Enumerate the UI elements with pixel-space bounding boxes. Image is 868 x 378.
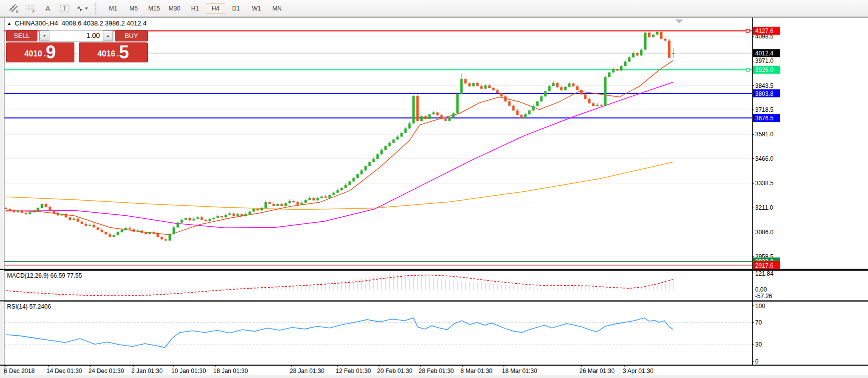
macd-axis-label: 121.84 (755, 270, 774, 277)
price-chart-canvas[interactable]: 4098.53971.03843.53718.53591.03466.03338… (0, 17, 868, 378)
price-tick-label: 3843.5 (755, 82, 774, 89)
price-badge-label: 2917.6 (755, 262, 774, 269)
price-tick-label: 3718.5 (755, 106, 774, 113)
text-label-icon: A (42, 3, 53, 13)
chart-window[interactable]: ▲ CHINA300-,H4 4008.6 4038.2 3986.2 4012… (0, 17, 868, 378)
arrow-tools-button[interactable] (74, 1, 90, 15)
equidistant-channel-icon: E (8, 3, 19, 13)
timeframe-button-MN[interactable]: MN (267, 3, 287, 14)
sell-button[interactable]: SELL (6, 30, 37, 41)
buy-price-button[interactable]: 4016 . 5 (79, 42, 148, 62)
price-tick-label: 3971.0 (755, 57, 774, 64)
rsi-axis-label: 0 (755, 358, 759, 365)
price-badge-label: 3803.8 (755, 90, 774, 97)
price-badge-label: 4012.4 (755, 50, 774, 57)
timeframe-button-M30[interactable]: M30 (165, 3, 184, 14)
one-click-trading-panel: SELL ▼ 1.00 ▲ BUY 4010 . 9 4016 . 5 (6, 30, 148, 62)
fibonacci-grid-button[interactable]: F (23, 1, 39, 15)
date-tick-label: 20 Feb 01:30 (377, 368, 413, 375)
sell-price-button[interactable]: 4010 . 9 (6, 42, 74, 62)
arrow-tools-icon (75, 3, 89, 13)
buy-button[interactable]: BUY (115, 30, 148, 41)
mt4-application: E F A T (0, 0, 868, 378)
sell-price-pips: 9 (46, 43, 56, 61)
volume-input[interactable]: 1.00 (49, 30, 103, 41)
price-tick-label: 3466.0 (755, 155, 774, 162)
sell-price-int: 4010 (24, 46, 42, 61)
timeframe-button-M15[interactable]: M15 (144, 3, 164, 14)
date-tick-label: 2 Jan 01:30 (131, 368, 163, 375)
rsi-axis-label: 70 (755, 319, 762, 326)
date-tick-label: 18 Mar 01:30 (502, 368, 537, 375)
equidistant-channel-button[interactable]: E (6, 1, 22, 15)
volume-increase-button[interactable]: ▲ (103, 30, 113, 41)
timeframe-button-H4[interactable]: H4 (206, 3, 225, 14)
price-badge-label: 3926.0 (755, 66, 774, 73)
trade-panel-price-row: 4010 . 9 4016 . 5 (6, 42, 148, 62)
price-badge-label: 4127.6 (755, 27, 774, 34)
buy-price-pips: 5 (119, 43, 129, 61)
rsi-indicator-label: RSI(14) 57.2406 (7, 303, 51, 310)
toolbar-separator (95, 2, 100, 14)
timeframe-button-M5[interactable]: M5 (124, 3, 143, 14)
date-tick-label: 8 Mar 01:30 (460, 368, 492, 375)
svg-text:F: F (32, 9, 35, 13)
date-tick-label: 18 Jan 01:30 (213, 368, 248, 375)
chart-background (4, 17, 868, 375)
buy-price-int: 4016 (97, 46, 115, 61)
timeframe-button-D1[interactable]: D1 (226, 3, 246, 14)
date-tick-label: 28 Feb 01:30 (419, 368, 454, 375)
price-tick-label: 3591.0 (755, 131, 774, 138)
date-tick-label: 12 Feb 01:30 (336, 368, 371, 375)
rsi-axis-label: 100 (755, 303, 765, 310)
timeframe-toolbar: M1M5M15M30H1H4D1W1MN (103, 0, 287, 16)
price-tick-label: 3211.0 (755, 204, 773, 211)
text-box-button[interactable]: T (57, 1, 73, 15)
date-tick-label: 6 Dec 2018 (4, 368, 35, 375)
text-box-icon: T (59, 3, 70, 13)
price-tick-label: 3086.0 (755, 229, 774, 236)
chart-symbol-period: CHINA300-,H4 (15, 19, 58, 27)
date-tick-label: 14 Dec 01:30 (46, 368, 82, 375)
price-tick-label: 3338.5 (755, 180, 774, 187)
date-tick-label: 24 Dec 01:30 (88, 368, 124, 375)
date-tick-label: 3 Apr 01:30 (623, 368, 654, 375)
macd-axis-label: -57.26 (755, 293, 772, 300)
svg-text:A: A (45, 4, 50, 12)
volume-decrease-button[interactable]: ▼ (39, 30, 49, 41)
svg-text:T: T (63, 5, 66, 11)
price-badge-label: 3676.5 (755, 115, 774, 122)
date-tick-label: 28 Jan 01:30 (290, 368, 325, 375)
date-tick-label: 26 Mar 01:30 (579, 368, 615, 375)
window-left-margin (0, 17, 4, 378)
window-bottom-strip (0, 375, 868, 378)
level-line-handle[interactable] (746, 29, 749, 32)
rsi-axis-label: 30 (755, 341, 762, 348)
fibonacci-grid-icon: F (25, 3, 36, 13)
timeframe-button-M1[interactable]: M1 (103, 3, 123, 14)
macd-indicator-label: MACD(12,26,9) 66.59 77.55 (7, 272, 82, 279)
timeframe-button-W1[interactable]: W1 (247, 3, 266, 14)
level-line-handle[interactable] (746, 68, 749, 71)
volume-stepper: ▼ 1.00 ▲ (39, 30, 113, 41)
main-toolbar: E F A T (0, 0, 868, 17)
text-label-button[interactable]: A (40, 1, 56, 15)
drawing-tools-group: E F A T (0, 0, 90, 16)
chart-title: ▲ CHINA300-,H4 4008.6 4038.2 3986.2 4012… (7, 19, 146, 27)
svg-text:E: E (16, 9, 18, 13)
date-tick-label: 10 Jan 01:30 (171, 368, 206, 375)
trade-panel-top-row: SELL ▼ 1.00 ▲ BUY (6, 30, 148, 41)
timeframe-button-H1[interactable]: H1 (185, 3, 205, 14)
chart-ohlc-values: 4008.6 4038.2 3986.2 4012.4 (61, 19, 146, 27)
collapse-arrow-icon[interactable]: ▲ (7, 21, 11, 26)
